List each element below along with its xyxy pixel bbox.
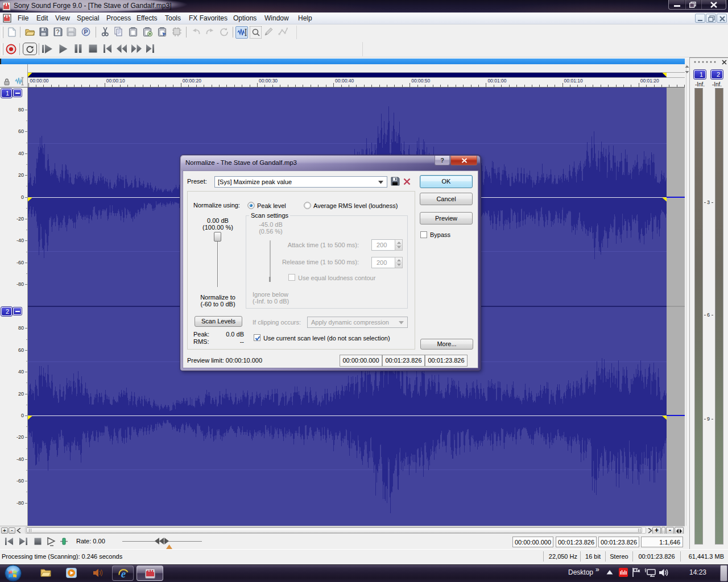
svg-text:P: P: [84, 28, 88, 35]
svg-text:e: e: [121, 568, 126, 580]
svg-text:?: ?: [56, 28, 59, 35]
